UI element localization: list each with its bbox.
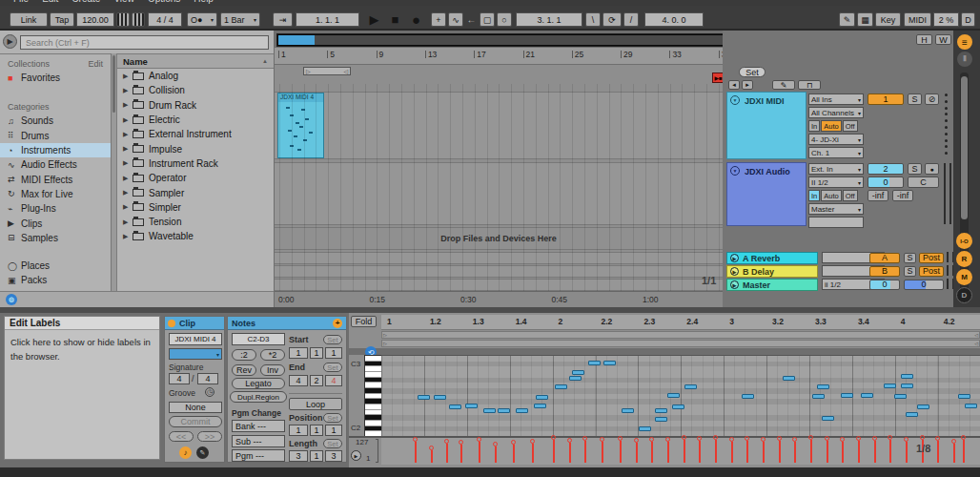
legato-button[interactable]: Legato	[232, 378, 285, 389]
collapse-triangle-icon[interactable]: ▶	[123, 116, 133, 124]
velocity-handle[interactable]	[493, 442, 498, 446]
time-ruler[interactable]: 0:000:150:300:451:00	[275, 291, 723, 307]
monitor-off-button[interactable]: Off	[843, 120, 858, 132]
double-time-button[interactable]: *2	[260, 349, 285, 361]
velocity-stem[interactable]	[699, 441, 701, 463]
velocity-stem[interactable]	[415, 442, 417, 463]
velocity-handle[interactable]	[477, 437, 481, 442]
midi-note[interactable]	[861, 393, 873, 398]
draw-pencil-button[interactable]: ✎	[839, 12, 855, 27]
fold-return-icon[interactable]: ▶	[730, 254, 739, 262]
loop-button[interactable]: ⟳	[602, 12, 622, 27]
reverse-button[interactable]: Rev	[232, 364, 256, 376]
velocity-handle[interactable]	[634, 438, 639, 443]
mixer-section-toggle[interactable]: M	[956, 269, 972, 285]
sidebar-item-packs[interactable]: ▣Packs	[0, 273, 111, 287]
velocity-stem[interactable]	[937, 441, 939, 463]
length-beats[interactable]: 1	[310, 450, 323, 462]
velocity-handle[interactable]	[429, 446, 434, 450]
nudge-up-button[interactable]	[132, 12, 145, 27]
velocity-stem[interactable]	[746, 441, 748, 463]
velocity-stem[interactable]	[460, 445, 462, 463]
midi-note[interactable]	[418, 395, 430, 400]
midi-note[interactable]	[901, 374, 913, 379]
monitor-auto-button[interactable]: Auto	[821, 120, 841, 132]
midi-note[interactable]	[498, 408, 510, 413]
end-sixteenths[interactable]: 4	[325, 375, 342, 386]
start-bars[interactable]: 1	[289, 347, 308, 359]
fold-return-icon[interactable]: ▶	[730, 267, 739, 276]
arrangement-loop-brace[interactable]: ▷◁	[303, 67, 351, 75]
midi-note[interactable]	[555, 384, 567, 389]
preview-note-icon[interactable]: ▶	[351, 450, 361, 461]
set-position-button[interactable]: Set	[323, 413, 342, 423]
collapse-triangle-icon[interactable]: ▶	[123, 101, 133, 109]
track-1-name-block[interactable]: ▼ JDXI MIDI	[726, 92, 806, 159]
list-item-wavetable[interactable]: ▶Wavetable	[117, 229, 274, 243]
velocity-stem[interactable]	[513, 445, 515, 463]
automation-arm-button[interactable]: ∿	[448, 12, 463, 27]
sidebar-item-favorites[interactable]: ■ Favorites	[0, 71, 111, 85]
list-item-instrument-rack[interactable]: ▶Instrument Rack	[117, 156, 274, 171]
midi-note[interactable]	[655, 408, 667, 413]
velocity-handle[interactable]	[856, 436, 861, 441]
monitor-auto-button[interactable]: Auto	[821, 190, 841, 201]
clip-color-chooser[interactable]: ▾	[169, 348, 222, 360]
velocity-stem[interactable]	[569, 443, 571, 463]
list-item-simpler[interactable]: ▶Simpler	[117, 200, 274, 215]
add-icon[interactable]: +	[333, 319, 342, 328]
punch-in-button[interactable]: \	[585, 12, 601, 27]
midi-note[interactable]	[449, 404, 461, 409]
delay-section-toggle[interactable]: D	[956, 287, 972, 303]
sidebar-item-instruments[interactable]: ◔Instruments	[0, 143, 111, 157]
velocity-handle[interactable]	[551, 435, 556, 440]
menu-item-options[interactable]: Options	[148, 0, 180, 4]
midi-note[interactable]	[434, 395, 446, 400]
return-b-pre-post-toggle[interactable]: Post	[919, 266, 944, 277]
velocity-handle[interactable]	[682, 435, 686, 440]
search-input[interactable]	[20, 35, 269, 50]
velocity-handle[interactable]	[745, 436, 749, 441]
velocity-stem[interactable]	[906, 442, 908, 463]
velocity-handle[interactable]	[649, 437, 654, 442]
velocity-handle[interactable]	[920, 435, 925, 440]
unfold-track-icon[interactable]: ▼	[730, 166, 740, 176]
velocity-stem[interactable]	[810, 440, 812, 463]
browser-nav-icon[interactable]: ▶	[3, 34, 17, 49]
signature-numerator[interactable]: 4	[169, 373, 190, 384]
velocity-handle[interactable]	[600, 437, 604, 442]
follow-button[interactable]: ⇥	[273, 12, 293, 27]
piano-keyboard[interactable]	[364, 355, 381, 436]
punch-out-button[interactable]: /	[623, 12, 639, 27]
end-bars[interactable]: 4	[289, 375, 308, 386]
list-item-operator[interactable]: ▶Operator	[117, 171, 274, 185]
bank-select[interactable]: Bank ---	[232, 420, 285, 432]
midi-note[interactable]	[639, 426, 651, 431]
commit-button[interactable]: Commit	[169, 416, 222, 427]
program-select[interactable]: Pgm ---	[232, 449, 285, 462]
return-b-name-block[interactable]: ▶B Delay	[726, 265, 818, 278]
midi-beat-ruler[interactable]: 11.21.31.422.22.32.433.23.33.444.2	[381, 315, 980, 330]
end-marker[interactable]: ◁	[974, 341, 978, 346]
link-button[interactable]: Link	[10, 12, 48, 27]
list-item-collision[interactable]: ▶Collision	[117, 83, 274, 97]
midi-note[interactable]	[742, 394, 754, 399]
menu-item-help[interactable]: Help	[194, 0, 214, 4]
midi-note[interactable]	[812, 394, 825, 399]
draw-automation-button[interactable]: ✎	[772, 80, 795, 90]
sidebar-item-sounds[interactable]: ♫Sounds	[0, 114, 111, 128]
list-item-external-instrument[interactable]: ▶External Instrument	[117, 127, 274, 141]
capture-midi-button[interactable]: ○	[497, 12, 512, 27]
track-1-input-type[interactable]: All Ins▾	[808, 93, 864, 105]
list-item-drum-rack[interactable]: ▶Drum Rack	[117, 98, 274, 113]
prev-clip-button[interactable]: <<	[169, 431, 194, 442]
velocity-stem[interactable]	[584, 441, 586, 463]
velocity-handle[interactable]	[840, 437, 845, 442]
loop-length-display[interactable]: 4. 0. 0	[644, 12, 704, 27]
collapse-triangle-icon[interactable]: ▶	[123, 175, 133, 182]
velocity-handle[interactable]	[530, 439, 535, 444]
midi-note[interactable]	[622, 408, 634, 413]
online-content-icon[interactable]: ◍	[6, 294, 17, 305]
sidebar-item-samples[interactable]: ⊟Samples	[0, 231, 111, 245]
sidebar-item-plug-ins[interactable]: ⌁Plug-Ins	[0, 201, 111, 216]
